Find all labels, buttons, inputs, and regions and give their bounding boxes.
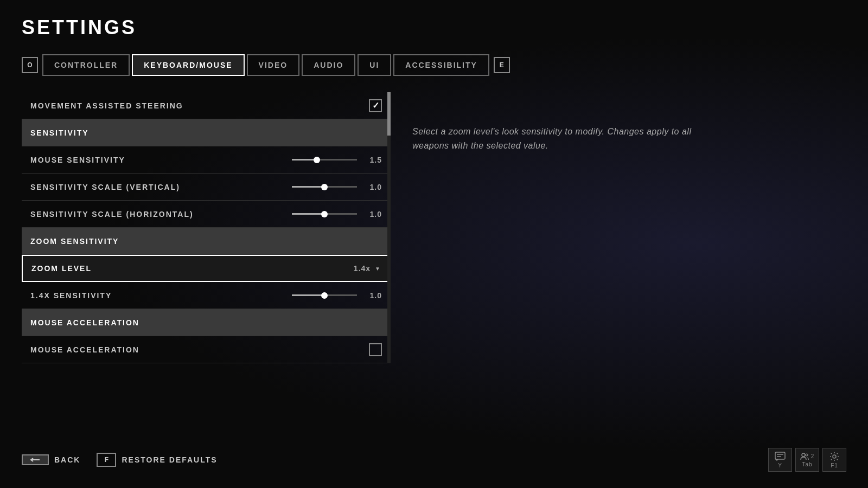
tab-controller[interactable]: CONTROLLER [42, 54, 130, 76]
mouse-sensitivity-row: MOUSE SENSITIVITY 1.5 [22, 146, 391, 174]
scrollbar-thumb[interactable] [387, 92, 391, 136]
zoom-14x-sensitivity-value: 1.0 [366, 291, 382, 300]
sensitivity-section-header: SENSITIVITY [22, 119, 391, 146]
mouse-acceleration-row: MOUSE ACCELERATION [22, 336, 391, 363]
mouse-acceleration-section-label: MOUSE ACCELERATION [30, 318, 139, 327]
mouse-sensitivity-label: MOUSE SENSITIVITY [30, 156, 125, 164]
svg-rect-1 [775, 452, 785, 459]
zoom-level-row[interactable]: ZOOM LEVEL 1.4x ▼ [22, 255, 391, 282]
zoom-level-value-text: 1.4x [354, 264, 371, 273]
player-count-value: 2 [811, 453, 815, 459]
page-title: SETTINGS [22, 16, 846, 39]
zoom-sensitivity-section-label: ZOOM SENSITIVITY [30, 237, 119, 246]
chat-key-label: Y [778, 463, 782, 468]
sensitivity-scale-vertical-label: SENSITIVITY SCALE (VERTICAL) [30, 183, 180, 191]
tab-accessibility[interactable]: ACCESSIBILITY [393, 54, 489, 76]
mouse-sensitivity-track[interactable] [292, 159, 357, 160]
mouse-sensitivity-value: 1.5 [366, 156, 382, 164]
svg-point-4 [802, 453, 805, 457]
tab-video[interactable]: VIDEO [247, 54, 300, 76]
restore-key-icon: F [97, 453, 116, 467]
mouse-acceleration-checkbox[interactable] [369, 343, 382, 356]
sensitivity-scale-horizontal-label: SENSITIVITY SCALE (HORIZONTAL) [30, 210, 194, 219]
players-key-label: Tab [802, 461, 812, 467]
chat-icon-button[interactable]: Y [768, 448, 792, 472]
movement-assisted-steering-label: MOVEMENT ASSISTED STEERING [30, 101, 183, 110]
sensitivity-scale-vertical-row: SENSITIVITY SCALE (VERTICAL) 1.0 [22, 174, 391, 201]
info-text: Select a zoom level's look sensitivity t… [412, 125, 727, 152]
zoom-14x-sensitivity-track[interactable] [292, 294, 357, 296]
back-key-icon [22, 454, 49, 465]
movement-assisted-steering-row: MOVEMENT ASSISTED STEERING [22, 92, 391, 119]
back-action[interactable]: Back [22, 454, 80, 465]
sensitivity-section-label: SENSITIVITY [30, 129, 89, 137]
tab-audio[interactable]: AUDIO [302, 54, 355, 76]
movement-assisted-steering-checkbox[interactable] [369, 99, 382, 112]
back-label: Back [54, 455, 80, 464]
settings-panel: MOVEMENT ASSISTED STEERING SENSITIVITY M… [22, 92, 391, 363]
sensitivity-scale-vertical-value: 1.0 [366, 183, 382, 191]
settings-icon-button[interactable]: F1 [822, 448, 846, 472]
left-tab-key: O [22, 57, 38, 73]
restore-defaults-action[interactable]: F Restore Defaults [97, 453, 217, 467]
info-panel: Select a zoom level's look sensitivity t… [412, 92, 846, 363]
tab-bar: O CONTROLLER KEYBOARD/MOUSE VIDEO AUDIO … [22, 54, 846, 76]
mouse-acceleration-section-header: MOUSE ACCELERATION [22, 309, 391, 336]
bottom-actions: Back F Restore Defaults [22, 453, 218, 467]
content-area: MOVEMENT ASSISTED STEERING SENSITIVITY M… [22, 92, 846, 363]
restore-label: Restore Defaults [122, 455, 217, 464]
zoom-level-value-container: 1.4x ▼ [354, 264, 381, 273]
zoom-level-dropdown-arrow: ▼ [375, 266, 381, 272]
scroll-container[interactable]: MOVEMENT ASSISTED STEERING SENSITIVITY M… [22, 92, 391, 363]
sensitivity-scale-vertical-slider-container: 1.0 [292, 183, 382, 191]
svg-point-5 [806, 454, 808, 456]
zoom-level-label: ZOOM LEVEL [31, 264, 92, 273]
svg-point-6 [833, 455, 836, 458]
zoom-14x-sensitivity-slider-container: 1.0 [292, 291, 382, 300]
right-tab-key: E [494, 57, 510, 73]
player-count: 2 [800, 453, 815, 460]
zoom-14x-sensitivity-row: 1.4X SENSITIVITY 1.0 [22, 282, 391, 309]
tab-keyboard-mouse[interactable]: KEYBOARD/MOUSE [132, 54, 244, 76]
tab-ui[interactable]: UI [358, 54, 391, 76]
zoom-sensitivity-section-header: ZOOM SENSITIVITY [22, 228, 391, 255]
sensitivity-scale-horizontal-value: 1.0 [366, 210, 382, 219]
bottom-right-icons: Y 2 Tab F1 [768, 448, 846, 472]
sensitivity-scale-horizontal-row: SENSITIVITY SCALE (HORIZONTAL) 1.0 [22, 201, 391, 228]
zoom-14x-sensitivity-label: 1.4X SENSITIVITY [30, 291, 112, 300]
settings-key-label: F1 [831, 463, 838, 468]
scrollbar[interactable] [387, 92, 391, 363]
mouse-acceleration-label: MOUSE ACCELERATION [30, 345, 139, 354]
bottom-bar: Back F Restore Defaults Y [0, 448, 868, 472]
mouse-sensitivity-slider-container: 1.5 [292, 156, 382, 164]
sensitivity-scale-horizontal-track[interactable] [292, 213, 357, 215]
sensitivity-scale-horizontal-slider-container: 1.0 [292, 210, 382, 219]
players-icon-button[interactable]: 2 Tab [795, 448, 819, 472]
sensitivity-scale-vertical-track[interactable] [292, 186, 357, 188]
